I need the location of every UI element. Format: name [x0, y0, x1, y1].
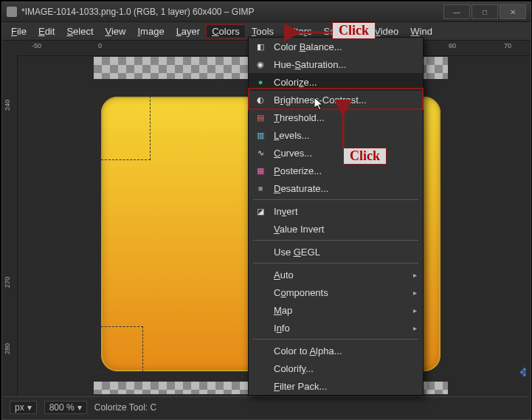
separator	[253, 240, 418, 241]
selection-marquee	[97, 326, 143, 372]
menu-use-gegl[interactable]: Use GEGL	[249, 243, 423, 261]
levels-icon: ▥	[255, 129, 266, 141]
colorize-icon: ●	[255, 76, 266, 88]
arrow-to-item	[336, 107, 350, 154]
menu-components[interactable]: Components	[249, 283, 423, 301]
statusbar: px▾ 800 %▾ Colorize Tool: C	[4, 396, 529, 418]
close-button[interactable]: ✕	[500, 4, 526, 19]
separator	[253, 339, 418, 340]
menu-posterize[interactable]: ▦Posterize...	[249, 162, 423, 179]
menu-info[interactable]: Info	[249, 319, 423, 337]
arrow-to-menu	[291, 25, 336, 42]
posterize-icon: ▦	[255, 165, 266, 176]
menu-image[interactable]: Image	[131, 24, 170, 38]
unit-selector[interactable]: px▾	[10, 401, 37, 414]
menu-color-to-alpha[interactable]: Color to Alpha...	[249, 342, 423, 359]
colors-dropdown: ◧Color Balance... ◉Hue-Saturation... ●Co…	[248, 37, 424, 396]
zoom-selector[interactable]: 800 %▾	[44, 401, 87, 414]
window-controls: — □ ✕	[443, 4, 526, 19]
ruler-vertical: 240 270 280	[2, 55, 18, 397]
balance-icon: ◧	[255, 41, 266, 52]
maximize-button[interactable]: □	[471, 4, 498, 19]
menu-colorize[interactable]: ●Colorize...	[249, 73, 423, 91]
curves-icon: ∿	[255, 147, 266, 159]
invert-icon: ◪	[255, 205, 266, 217]
menu-brightness-contrast[interactable]: ◐Brightness-Contrast...	[249, 91, 423, 109]
cursor-icon	[314, 97, 325, 113]
menu-auto[interactable]: Auto	[249, 266, 423, 283]
menu-file[interactable]: File	[5, 24, 32, 38]
minimize-button[interactable]: —	[443, 4, 470, 19]
brightness-icon: ◐	[255, 94, 266, 106]
chevron-down-icon: ▾	[77, 402, 82, 413]
window-title: *IMAGE-1014-1033.png-1.0 (RGB, 1 layer) …	[21, 7, 443, 17]
app-icon	[7, 7, 17, 17]
separator	[253, 199, 418, 200]
menu-filter-pack[interactable]: Filter Pack...	[249, 377, 423, 395]
menu-color-balance[interactable]: ◧Color Balance...	[249, 38, 423, 55]
menu-colors[interactable]: Colors	[206, 24, 246, 38]
titlebar[interactable]: *IMAGE-1014-1033.png-1.0 (RGB, 1 layer) …	[2, 2, 531, 22]
menu-view[interactable]: View	[100, 24, 132, 38]
desaturate-icon: ■	[255, 182, 266, 194]
threshold-icon: ▤	[255, 111, 266, 123]
navigate-icon[interactable]: ✥	[519, 365, 526, 379]
chevron-down-icon: ▾	[27, 402, 32, 413]
menu-windows[interactable]: Wind	[404, 24, 438, 38]
menu-desaturate[interactable]: ■Desaturate...	[249, 179, 423, 197]
menu-invert[interactable]: ◪Invert	[249, 202, 423, 220]
menu-hue-saturation[interactable]: ◉Hue-Saturation...	[249, 55, 423, 73]
menu-edit[interactable]: Edit	[32, 24, 61, 38]
menu-select[interactable]: Select	[61, 24, 99, 38]
separator	[253, 263, 418, 264]
menu-colorify[interactable]: Colorify...	[249, 359, 423, 377]
hue-icon: ◉	[255, 58, 266, 70]
status-text: Colorize Tool: C	[94, 402, 156, 413]
menu-value-invert[interactable]: Value Invert	[249, 220, 423, 238]
selection-marquee	[97, 92, 151, 160]
menu-tools[interactable]: Tools	[246, 24, 280, 38]
annotation-click-menu: Click	[332, 22, 376, 39]
menu-layer[interactable]: Layer	[170, 24, 207, 38]
menu-map[interactable]: Map	[249, 301, 423, 319]
annotation-click-item: Click	[343, 148, 387, 165]
